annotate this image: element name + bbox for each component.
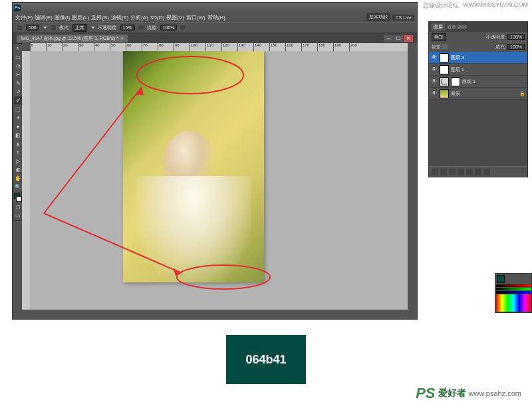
menu-3d[interactable]: 3D(D) (150, 15, 164, 21)
opacity-input[interactable]: 15% (120, 25, 135, 31)
brush-size-input[interactable]: 500 (26, 25, 39, 31)
visibility-eye-icon[interactable]: 👁 (431, 54, 438, 61)
screenmode-icon[interactable]: ▭ (14, 211, 22, 219)
lock-all-icon[interactable] (446, 44, 448, 50)
layer-opacity-label: 不透明度: (486, 35, 506, 39)
layer-row[interactable]: 👁 图层 1 (429, 64, 527, 76)
link-layers-icon[interactable] (432, 169, 438, 175)
blend-mode-select[interactable]: 叠加 (432, 33, 446, 41)
menu-help[interactable]: 帮助(H) (207, 14, 225, 21)
layer-thumbnail[interactable] (440, 65, 449, 74)
cslive-button[interactable]: CS Live (392, 15, 414, 21)
menu-image[interactable]: 图像(I) (55, 14, 70, 21)
stamp-tool[interactable]: ⬚ (14, 105, 22, 113)
layer-thumbnail[interactable] (440, 89, 449, 98)
menu-window[interactable]: 窗口(W) (186, 14, 205, 21)
window-maximize-button[interactable]: ☐ (394, 35, 403, 42)
adjustment-layer-icon[interactable] (458, 169, 464, 175)
eyedropper-tool[interactable]: ✎ (14, 79, 22, 87)
quickmask-icon[interactable]: ◻ (14, 203, 22, 211)
window-minimize-button[interactable]: ─ (384, 35, 393, 42)
lasso-tool[interactable]: ◔ (14, 62, 22, 70)
logo-url: www.psahz.com (469, 389, 521, 397)
move-tool[interactable]: ↖ (14, 45, 22, 52)
zoom-tool[interactable]: 🔍 (14, 183, 22, 191)
airbrush-icon[interactable] (180, 25, 186, 31)
gradient-tool[interactable]: ● (14, 122, 22, 130)
close-tab-icon[interactable]: × (121, 36, 124, 41)
brush-tool[interactable]: ✐ (14, 96, 22, 104)
document-tab-bar: IMG_4147 副本.jpg @ 12.5% (图层 3, RGB/8) * … (13, 33, 417, 43)
ps-logo-icon: Ps (14, 5, 21, 11)
brush-panel-icon[interactable] (50, 25, 57, 31)
new-layer-icon[interactable] (475, 169, 481, 175)
photoshop-window: Ps 文件(F) 编辑(E) 图像(I) 图层(L) 选择(S) 滤镜(T) 分… (12, 2, 418, 320)
delete-layer-icon[interactable] (483, 169, 490, 175)
layer-name[interactable]: 曲线 1 (462, 78, 475, 85)
mask-thumbnail[interactable] (451, 77, 460, 86)
layer-group-icon[interactable] (466, 169, 473, 175)
layer-style-icon[interactable] (440, 169, 447, 175)
type-tool[interactable]: T (14, 148, 22, 156)
flow-input[interactable]: 100% (160, 25, 178, 31)
layer-opacity-input[interactable]: 100% (507, 34, 525, 40)
menu-select[interactable]: 选择(S) (91, 14, 109, 21)
fill-input[interactable]: 100% (507, 44, 525, 50)
document-tab[interactable]: IMG_4147 副本.jpg @ 12.5% (图层 3, RGB/8) * … (17, 35, 128, 43)
chevron-down-icon[interactable] (91, 27, 95, 29)
background-color[interactable] (16, 196, 22, 202)
layer-name[interactable]: 背景 (451, 90, 460, 97)
menu-view[interactable]: 视图(V) (166, 14, 184, 21)
brush-preset-icon[interactable] (17, 25, 23, 31)
layer-name[interactable]: 图层 3 (451, 54, 464, 61)
canvas[interactable] (30, 51, 408, 310)
shape-tool[interactable]: ◐ (14, 165, 22, 173)
window-close-button[interactable]: ✕ (404, 35, 413, 42)
pen-tool[interactable]: ▲ (14, 140, 22, 148)
menu-edit[interactable]: 编辑(E) (35, 14, 53, 21)
layer-thumbnail[interactable] (440, 53, 449, 62)
tablet-pressure-icon[interactable] (138, 25, 144, 31)
healing-tool[interactable]: ↗ (14, 88, 22, 96)
watermark-site: WWW.MISSYUAN.COM (463, 1, 528, 10)
chevron-down-icon[interactable] (43, 27, 47, 29)
visibility-eye-icon[interactable]: 👁 (431, 90, 438, 97)
workspace-switcher[interactable]: 基本功能 (366, 13, 390, 21)
vertical-ruler (22, 51, 30, 310)
b-slider[interactable] (496, 291, 531, 294)
menu-layer[interactable]: 图层(L) (72, 14, 89, 21)
adjustment-thumbnail[interactable] (440, 77, 449, 86)
menu-filter[interactable]: 滤镜(T) (111, 14, 128, 21)
visibility-eye-icon[interactable]: 👁 (431, 78, 438, 85)
color-swatch[interactable] (497, 275, 505, 283)
layer-row[interactable]: 👁 图层 3 (429, 52, 527, 64)
layer-name[interactable]: 图层 1 (451, 66, 464, 73)
color-hex-label: 064b41 (245, 353, 286, 367)
hand-tool[interactable]: ✋ (14, 174, 22, 182)
crop-tool[interactable]: ✂ (14, 70, 22, 78)
menu-analysis[interactable]: 分析(A) (130, 14, 148, 21)
visibility-eye-icon[interactable]: 👁 (431, 66, 438, 73)
photo-document (123, 51, 264, 282)
eraser-tool[interactable]: ✦ (14, 114, 22, 122)
tab-layers[interactable]: 图层 (431, 23, 446, 31)
layers-empty-area (429, 100, 527, 166)
color-panel (495, 273, 532, 313)
g-slider[interactable] (496, 288, 531, 290)
layer-row[interactable]: 👁 背景 🔒 (429, 88, 527, 100)
blend-mode-select[interactable]: 正常 (72, 24, 87, 32)
path-tool[interactable]: ▷ (14, 157, 22, 165)
marquee-tool[interactable]: ▭ (14, 53, 22, 61)
tab-paths[interactable]: 路径 (458, 24, 467, 31)
tab-channels[interactable]: 通道 (447, 24, 456, 31)
r-slider[interactable] (496, 284, 531, 287)
dodge-tool[interactable]: ◧ (14, 131, 22, 139)
menu-file[interactable]: 文件(F) (15, 14, 33, 21)
layer-mask-icon[interactable] (449, 169, 456, 175)
logo-ps: PS (416, 385, 435, 402)
color-chip: 064b41 (226, 335, 306, 384)
document-title: IMG_4147 副本.jpg @ 12.5% (图层 3, RGB/8) * (21, 35, 118, 42)
color-spectrum[interactable] (496, 294, 531, 312)
layer-row[interactable]: 👁 曲线 1 (429, 76, 527, 88)
color-swatches[interactable] (14, 193, 22, 202)
